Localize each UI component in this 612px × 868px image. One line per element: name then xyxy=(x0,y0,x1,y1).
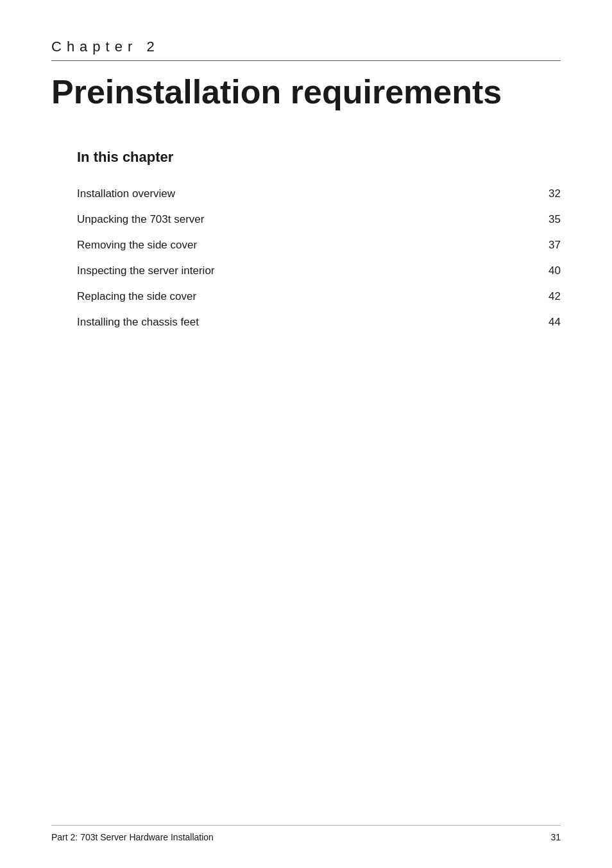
footer-right: 31 xyxy=(550,832,561,842)
toc-item-text: Unpacking the 703t server xyxy=(77,207,529,232)
toc-heading: In this chapter xyxy=(77,149,561,166)
toc-item-page: 32 xyxy=(529,181,561,207)
footer-left: Part 2: 703t Server Hardware Installatio… xyxy=(51,832,214,842)
toc-item-text: Installing the chassis feet xyxy=(77,309,529,335)
toc-row: Replacing the side cover42 xyxy=(77,284,561,309)
toc-row: Unpacking the 703t server35 xyxy=(77,207,561,232)
toc-row: Installation overview32 xyxy=(77,181,561,207)
toc-item-text: Installation overview xyxy=(77,181,529,207)
footer: Part 2: 703t Server Hardware Installatio… xyxy=(51,825,561,842)
toc-section: In this chapter Installation overview32U… xyxy=(77,149,561,335)
chapter-divider xyxy=(51,60,561,61)
toc-item-text: Replacing the side cover xyxy=(77,284,529,309)
toc-item-text: Inspecting the server interior xyxy=(77,258,529,284)
toc-item-text: Removing the side cover xyxy=(77,232,529,258)
toc-item-page: 42 xyxy=(529,284,561,309)
toc-row: Inspecting the server interior40 xyxy=(77,258,561,284)
toc-row: Installing the chassis feet44 xyxy=(77,309,561,335)
toc-item-page: 40 xyxy=(529,258,561,284)
chapter-title: Preinstallation requirements xyxy=(51,74,561,110)
toc-item-page: 44 xyxy=(529,309,561,335)
toc-row: Removing the side cover37 xyxy=(77,232,561,258)
toc-table: Installation overview32Unpacking the 703… xyxy=(77,181,561,335)
chapter-header: Chapter 2 Preinstallation requirements xyxy=(51,39,561,110)
toc-item-page: 35 xyxy=(529,207,561,232)
page: Chapter 2 Preinstallation requirements I… xyxy=(0,0,612,868)
toc-item-page: 37 xyxy=(529,232,561,258)
chapter-label: Chapter 2 xyxy=(51,39,561,55)
